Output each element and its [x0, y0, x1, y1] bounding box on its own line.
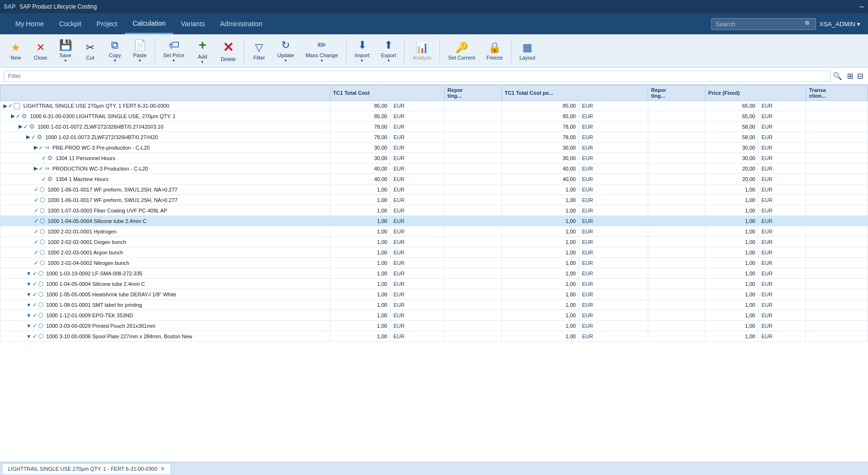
table-row[interactable]: ▶✓⚙1000 1-02-01-0073 ZLWF272/326HBT/0.27… [0, 132, 868, 142]
table-row[interactable]: ▼✓⬡1000 3-10-00-0006 Spool Plate 227mm x… [0, 331, 868, 342]
col-tc1-pe[interactable]: TC1 Total Cost pe... [501, 85, 648, 101]
collapse-button[interactable]: ▼ [26, 323, 31, 329]
delete-button[interactable]: ✕ Delete [215, 37, 241, 65]
copy-button[interactable]: ⧉ Copy ▾ [103, 37, 127, 65]
table-row[interactable]: ✓⬡1000 1-06-01-0017 WF preform, SWU1.2SH… [0, 184, 868, 195]
table-row[interactable]: ✓⚙1304 1 Machine Hours40,00EUR40,00EUR20… [0, 174, 868, 184]
gear-icon: ⚙ [47, 154, 53, 162]
cube-icon: ⬡ [40, 249, 45, 256]
table-row[interactable]: ✓⬡1000 2-02-02-0001 Oxigen bunch1,00EUR1… [0, 237, 868, 247]
collapse-button[interactable]: ▼ [26, 271, 31, 276]
table-row[interactable]: ✓⬡1000 2-02-04-0002 Nitrogen bunch1,00EU… [0, 258, 868, 268]
search-input[interactable] [711, 18, 816, 30]
nav-project[interactable]: Project [89, 13, 125, 34]
mass-change-button[interactable]: ✏ Mass Change ▾ [300, 37, 343, 65]
set-price-button[interactable]: 🏷 Set Price ▾ [158, 37, 190, 65]
table-row[interactable]: ▼✓⬡1000 1-05-05-0005 Heatshrink tube DER… [0, 289, 868, 300]
transaction-cell [806, 268, 868, 279]
table-row[interactable]: ✓⚙1304 11 Personnel Hours30,00EUR30,00EU… [0, 153, 868, 163]
filter-search-icon[interactable]: 🔍 [833, 71, 842, 81]
table-row[interactable]: ✓⬡1000 2-02-03-0001 Argon bunch1,00EUR1,… [0, 247, 868, 258]
collapse-button[interactable]: ▶ [19, 123, 22, 130]
tab-close-button[interactable]: ✕ [160, 465, 165, 472]
table-row[interactable]: ▼✓⬡1000 1-04-05-0004 Silicone tube 2.4mm… [0, 279, 868, 289]
collapse-button[interactable]: ▼ [26, 281, 31, 287]
filter-collapse-icon[interactable]: ⊟ [856, 71, 864, 81]
col-transaction[interactable]: Transa­ction... [806, 85, 868, 101]
set-current-button[interactable]: 🔑 Set Current [443, 37, 480, 65]
add-button[interactable]: + Add ▾ [191, 37, 214, 65]
paste-dropdown-icon[interactable]: ▾ [139, 58, 141, 63]
tab-item[interactable]: LIGHTTRAIL SINGLE USE 270μm QTY. 1 - FER… [2, 463, 171, 474]
add-dropdown-icon[interactable]: ▾ [201, 60, 204, 64]
table-row[interactable]: ▼✓⬡1000 1-08-01-0001 SMT label for print… [0, 300, 868, 310]
col-tc1-total[interactable]: TC1 Total Cost [330, 85, 444, 101]
col-reporting1[interactable]: Repor­ting... [444, 85, 501, 101]
nav-my-home[interactable]: My Home [8, 13, 51, 34]
collapse-button[interactable]: ▶ [34, 144, 38, 151]
analyze-button[interactable]: 📊 Analyze [408, 37, 437, 65]
price-fixed-currency: EUR [758, 216, 806, 226]
checkbox[interactable] [14, 103, 20, 109]
set-price-dropdown-icon[interactable]: ▾ [173, 58, 175, 63]
table-row[interactable]: ▶✓LIGHTTRAIL SINGLE USE 270μm QTY. 1 FER… [0, 101, 868, 111]
table-row[interactable]: ▶✓⚙1000 6-31-00-0300 LIGHTTRAIL SINGLE U… [0, 111, 868, 121]
update-dropdown-icon[interactable]: ▾ [285, 58, 287, 63]
save-button[interactable]: 💾 Save ▾ [53, 37, 77, 65]
table-row[interactable]: ▶✓⚙1000 1-02-01-0072 ZLWF272/326HBT/0.27… [0, 121, 868, 132]
table-row[interactable]: ▶✓⇒PRODUCTION WC-3 Production - C-L2040,… [0, 163, 868, 174]
table-row[interactable]: ✓⬡1000 1-04-05-0004 Silicone tube 2.4mm … [0, 216, 868, 226]
reporting2-cell [648, 174, 705, 184]
col-reporting2[interactable]: Repor­ting... [648, 85, 705, 101]
filter-input[interactable] [4, 71, 831, 82]
nav-cockpit[interactable]: Cockpit [51, 13, 89, 34]
mass-change-dropdown-icon[interactable]: ▾ [321, 58, 323, 63]
table-row[interactable]: ▼✓⬡1000 1-12-01-0009 EPO-TEK 353ND1,00EU… [0, 310, 868, 321]
collapse-button[interactable]: ▶ [3, 103, 7, 109]
layout-button[interactable]: ▦ Layout [514, 37, 541, 65]
minimize-button[interactable]: ─ [859, 3, 864, 10]
tc1-total-currency: EUR [390, 101, 444, 111]
table-row[interactable]: ▼✓⬡1000 1-03-19-0092 LF-SMA 008-272-3351… [0, 268, 868, 279]
import-dropdown-icon[interactable]: ▾ [361, 58, 363, 63]
set-current-label: Set Current [448, 55, 475, 61]
collapse-button[interactable]: ▼ [26, 302, 31, 308]
table-row[interactable]: ✓⬡1000 2-02-01-0001 Hydrogen1,00EUR1,00E… [0, 226, 868, 237]
filter-expand-icon[interactable]: ⊞ [846, 71, 854, 81]
save-dropdown-icon[interactable]: ▾ [64, 58, 67, 63]
close-button[interactable]: ✕ Close [29, 37, 52, 65]
price-fixed-value: 1,00 [705, 321, 758, 331]
collapse-button[interactable]: ▶ [11, 113, 15, 119]
reporting2-cell [648, 184, 705, 195]
filter-button[interactable]: ▽ Filter [247, 37, 271, 65]
export-button[interactable]: ⬆ Export ▾ [376, 37, 401, 65]
export-dropdown-icon[interactable]: ▾ [388, 58, 390, 63]
tc1-total-currency: EUR [390, 226, 444, 237]
table-row[interactable]: ✓⬡1000 1-06-01-0017 WF preform, SWU1.2SH… [0, 195, 868, 205]
table-row[interactable]: ▼✓⬡1000 3-03-00-0029 Printed Pouch 261x3… [0, 321, 868, 331]
col-price-fixed[interactable]: Price (Fixed) [705, 85, 806, 101]
nav-variants[interactable]: Variants [173, 13, 212, 34]
table-row[interactable]: ✓⬡1000 1-07-03-0003 Fiber Coating UVF PC… [0, 205, 868, 216]
collapse-button[interactable]: ▼ [26, 313, 31, 318]
search-icon[interactable]: 🔍 [805, 20, 812, 27]
freeze-button[interactable]: 🔒 Freeze [481, 37, 508, 65]
collapse-button[interactable]: ▼ [26, 292, 31, 297]
tc1-total-value: 1,00 [330, 279, 390, 289]
cut-button[interactable]: ✂ Cut [78, 37, 102, 65]
table-container: TC1 Total Cost Repor­ting... TC1 Total C… [0, 85, 868, 462]
collapse-button[interactable]: ▼ [26, 334, 31, 339]
nav-calculation[interactable]: Calculation [125, 13, 173, 34]
table-row[interactable]: ▶✓⇒PRE-PROD WC-3 Pre-production - C-L203… [0, 142, 868, 153]
user-menu[interactable]: XSA_ADMIN ▾ [819, 20, 860, 28]
nav-administration[interactable]: Administration [213, 13, 270, 34]
paste-button[interactable]: 📄 Paste ▾ [128, 37, 152, 65]
update-button[interactable]: ↻ Update ▾ [272, 37, 299, 65]
copy-dropdown-icon[interactable]: ▾ [114, 58, 116, 63]
import-button[interactable]: ⬇ Import ▾ [349, 37, 375, 65]
reporting2-cell [648, 279, 705, 289]
new-button[interactable]: ★ New [4, 37, 28, 65]
collapse-button[interactable]: ▶ [26, 134, 30, 140]
collapse-button[interactable]: ▶ [34, 165, 38, 172]
price-fixed-value: 1,00 [705, 258, 758, 268]
